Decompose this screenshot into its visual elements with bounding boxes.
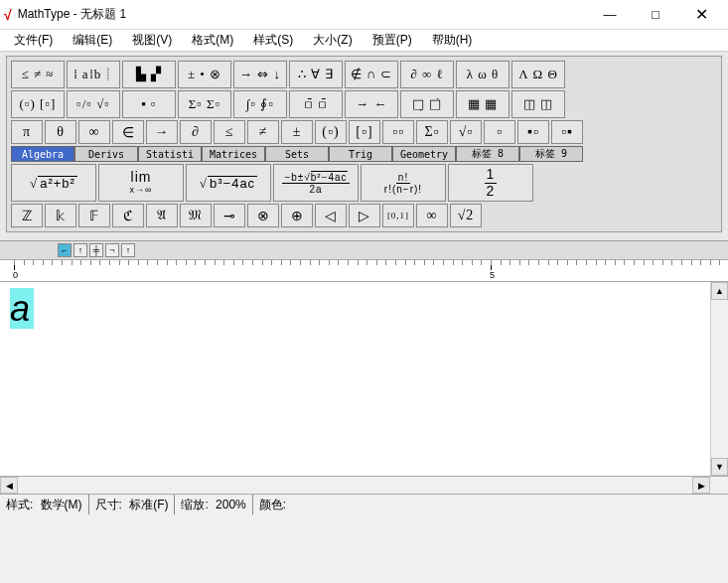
tab-geometry[interactable]: Geometry: [392, 146, 456, 162]
tmpl-sqrt[interactable]: √▫: [450, 120, 482, 144]
menu-preset[interactable]: 预置(P): [363, 30, 422, 51]
template-3[interactable]: −b±√b²−4ac2a: [273, 164, 359, 202]
tab-derivs[interactable]: Derivs: [74, 146, 138, 162]
tab-marker-1[interactable]: ↑: [73, 243, 87, 257]
sym-infinity[interactable]: ∞: [78, 120, 110, 144]
status-size[interactable]: 尺寸: 标准(F): [89, 495, 176, 514]
menu-format[interactable]: 格式(M): [182, 30, 243, 51]
scroll-up-icon[interactable]: ▲: [711, 282, 728, 300]
sym-triangle-left[interactable]: ◁: [315, 204, 347, 227]
scroll-left-icon[interactable]: ◀: [0, 477, 18, 494]
sym-triangle-right[interactable]: ▷: [349, 204, 380, 227]
menu-help[interactable]: 帮助(H): [422, 30, 483, 51]
status-color[interactable]: 颜色:: [253, 495, 292, 514]
pal-sums[interactable]: Σ▫ Σ▫: [178, 90, 231, 118]
pal-misc[interactable]: ∂ ∞ ℓ: [400, 61, 454, 88]
tab-statisti[interactable]: Statisti: [138, 146, 202, 162]
sym-frak-a[interactable]: 𝔄: [146, 204, 178, 227]
close-button[interactable]: ✕: [678, 0, 724, 30]
pal-fences[interactable]: (▫) [▫]: [11, 90, 65, 118]
pal-spaces[interactable]: ⁞ a⁞b ⦚: [67, 61, 120, 88]
menu-size[interactable]: 大小(Z): [303, 30, 362, 51]
tmpl-box[interactable]: ▫: [484, 120, 515, 144]
tmpl-bracket[interactable]: [▫]: [349, 120, 380, 144]
sym-multimap[interactable]: ⊸: [214, 204, 245, 227]
pal-logical[interactable]: ∴ ∀ ∃: [289, 61, 343, 88]
tab-trig[interactable]: Trig: [329, 146, 392, 162]
window-title: MathType - 无标题 1: [18, 6, 587, 23]
menu-style[interactable]: 样式(S): [243, 30, 303, 51]
pal-greek-upper[interactable]: Λ Ω Θ: [511, 61, 565, 88]
tab-marker-4[interactable]: ↑: [121, 243, 135, 257]
vertical-scrollbar[interactable]: ▲ ▼: [710, 282, 728, 476]
sym-frak-m[interactable]: 𝔐: [180, 204, 212, 227]
sym-tensor[interactable]: ⊗: [247, 204, 279, 227]
sym-frak-c[interactable]: ℭ: [112, 204, 144, 227]
sym-sqrt2[interactable]: √2: [450, 204, 482, 227]
pal-labeled-arrows[interactable]: → ←: [345, 90, 398, 118]
sym-pi[interactable]: π: [11, 120, 43, 144]
pal-set-theory[interactable]: ∉ ∩ ⊂: [345, 61, 398, 88]
tab-matrices[interactable]: Matrices: [202, 146, 265, 162]
ruler-tick-0: 0: [13, 270, 18, 280]
template-1[interactable]: limx→∞: [98, 164, 184, 202]
pal-boxes[interactable]: ◫ ◫: [511, 90, 565, 118]
tmpl-paren[interactable]: (▫): [315, 120, 347, 144]
equation-editor[interactable]: a: [0, 282, 728, 336]
pal-relational[interactable]: ≤ ≠ ≈: [11, 61, 65, 88]
tab-标签-9[interactable]: 标签 9: [519, 146, 583, 162]
menu-view[interactable]: 视图(V): [122, 30, 182, 51]
menu-file[interactable]: 文件(F): [4, 30, 63, 51]
tmpl-slots[interactable]: ▫▫: [382, 120, 414, 144]
pal-embellish[interactable]: ▙ ▞: [122, 61, 176, 88]
tab-标签-8[interactable]: 标签 8: [456, 146, 519, 162]
pal-matrices[interactable]: ▦ ▦: [456, 90, 510, 118]
sym-arrow[interactable]: →: [146, 120, 178, 144]
scroll-down-icon[interactable]: ▼: [711, 458, 728, 476]
pal-subsup[interactable]: ▪ ▫: [122, 90, 176, 118]
menu-edit[interactable]: 编辑(E): [63, 30, 122, 51]
sym-pm[interactable]: ±: [281, 120, 313, 144]
sym-oplus[interactable]: ⊕: [281, 204, 313, 227]
tab-sets[interactable]: Sets: [265, 146, 329, 162]
maximize-button[interactable]: □: [633, 0, 678, 30]
sym-leq[interactable]: ≤: [214, 120, 245, 144]
scroll-right-icon[interactable]: ▶: [692, 477, 710, 494]
tmpl-sum[interactable]: Σ▫: [416, 120, 448, 144]
sym-field-f[interactable]: 𝔽: [78, 204, 110, 227]
pal-operators[interactable]: ± • ⊗: [178, 61, 231, 88]
template-0[interactable]: √a²+b²: [11, 164, 96, 202]
template-2[interactable]: √b³−4ac: [186, 164, 271, 202]
ruler[interactable]: 0 5: [0, 260, 728, 282]
sym-neq[interactable]: ≠: [247, 120, 279, 144]
pal-integrals[interactable]: ∫▫ ∮▫: [233, 90, 287, 118]
palette-row-3: π θ ∞ ∈ → ∂ ≤ ≠ ± (▫) [▫] ▫▫ Σ▫ √▫ ▫ ▪▫ …: [11, 120, 717, 144]
sym-infty2[interactable]: ∞: [416, 204, 448, 227]
minimize-button[interactable]: —: [587, 0, 633, 30]
tab-marker-2[interactable]: ╪: [89, 243, 103, 257]
sym-interval[interactable]: [0,1]: [382, 204, 414, 227]
sym-elementof[interactable]: ∈: [112, 120, 144, 144]
scroll-track[interactable]: [18, 477, 692, 494]
bottom-symbol-row: ℤ 𝕜 𝔽 ℭ 𝔄 𝔐 ⊸ ⊗ ⊕ ◁ ▷ [0,1] ∞ √2: [11, 204, 717, 227]
status-zoom[interactable]: 缩放: 200%: [175, 495, 252, 514]
tab-marker-3[interactable]: ¬: [105, 243, 119, 257]
pal-overbar[interactable]: ▫̄ ▫̄: [289, 90, 343, 118]
tab-algebra[interactable]: Algebra: [11, 146, 74, 162]
editor-content: a: [10, 288, 34, 329]
tmpl-subbox[interactable]: ▪▫: [517, 120, 549, 144]
status-style[interactable]: 样式: 数学(M): [0, 495, 89, 514]
sym-integers[interactable]: ℤ: [11, 204, 43, 227]
tmpl-superbox[interactable]: ▫▪: [551, 120, 583, 144]
sym-field-k[interactable]: 𝕜: [45, 204, 76, 227]
pal-arrows[interactable]: → ⇔ ↓: [233, 61, 287, 88]
sym-theta[interactable]: θ: [45, 120, 76, 144]
sym-partial[interactable]: ∂: [180, 120, 212, 144]
template-5[interactable]: 12: [448, 164, 533, 202]
pal-fractions[interactable]: ▫/▫ √▫: [67, 90, 120, 118]
pal-products[interactable]: □̣ □̇: [400, 90, 454, 118]
template-4[interactable]: n!r!(n−r)!: [361, 164, 446, 202]
horizontal-scrollbar[interactable]: ◀ ▶: [0, 477, 728, 495]
tab-marker-active[interactable]: ⌐: [58, 243, 72, 257]
pal-greek-lower[interactable]: λ ω θ: [456, 61, 510, 88]
